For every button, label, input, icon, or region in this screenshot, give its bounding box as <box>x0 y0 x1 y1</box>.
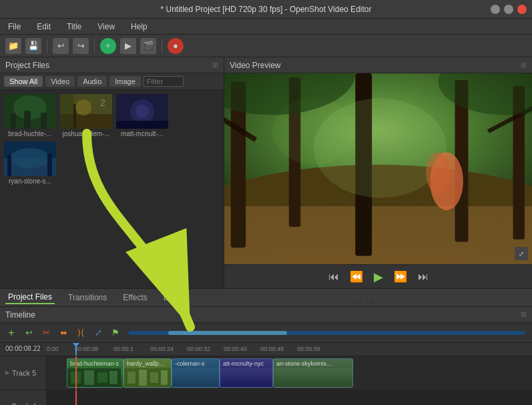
video-preview-header: Video Preview ⊞ <box>224 57 532 73</box>
undo-tl-button[interactable]: ↩ <box>21 326 36 340</box>
track-5-content[interactable]: brad-huchteman-s hardy_wallpaper_ -colem… <box>47 356 532 390</box>
tab-video[interactable]: Video <box>45 76 75 87</box>
open-project-button[interactable]: 📁 <box>5 38 21 54</box>
svg-point-8 <box>75 99 91 115</box>
timeline-toolbar: + ↩ ✂ ⬌ ⟩⟨ ⤢ ⚑ <box>0 323 532 343</box>
svg-rect-2 <box>11 114 16 129</box>
minimize-button[interactable] <box>491 5 500 14</box>
clip-label: att-mcnulty-nyc <box>220 359 272 368</box>
main-layout: Project Files ⊞ Show All Video Audio Ima… <box>0 57 532 288</box>
list-item[interactable]: ryan-stone-s... <box>4 141 56 185</box>
ruler-time-16: 00:00:1 <box>113 346 134 352</box>
window-controls <box>491 5 527 14</box>
menu-view[interactable]: View <box>95 21 117 33</box>
files-grid: brad-huchte-... 2 joshua-colem-... <box>0 90 224 288</box>
tab-emojis[interactable]: Emojis <box>161 292 190 304</box>
svg-rect-48 <box>161 370 168 385</box>
thumbnail <box>4 141 56 176</box>
add-track-button[interactable]: + <box>4 326 19 340</box>
timeline-options-icon[interactable]: ⊞ <box>521 310 527 319</box>
thumbnail: 2 <box>60 94 112 129</box>
skip-to-start-button[interactable]: ⏮ <box>326 270 342 284</box>
panel-options-icon[interactable]: ⊞ <box>212 61 218 69</box>
track-4-label: Track 4 <box>0 390 47 406</box>
ruler-time-24: 00:00:24 <box>150 346 174 352</box>
rewind-button[interactable]: ⏪ <box>347 269 366 284</box>
right-panel: Video Preview ⊞ <box>224 57 532 288</box>
project-files-tabs: Show All Video Audio Image <box>0 73 224 90</box>
title-bar: * Untitled Project [HD 720p 30 fps] - Op… <box>0 0 532 19</box>
timeline-header: Timeline ⊞ <box>0 307 532 323</box>
timeline-ruler: 00:00:08.22 0:00 00:00:08 00:00:1 00:00:… <box>0 343 532 356</box>
svg-rect-18 <box>7 155 11 176</box>
zoom-in-button[interactable]: ⟩⟨ <box>73 326 88 340</box>
remove-button[interactable]: ✂ <box>39 326 53 340</box>
save-button[interactable]: 💾 <box>25 38 41 54</box>
svg-text:2: 2 <box>100 97 105 108</box>
menu-title[interactable]: Title <box>64 21 84 33</box>
left-panel: Project Files ⊞ Show All Video Audio Ima… <box>0 57 224 288</box>
preview-button[interactable]: ▶ <box>120 38 136 54</box>
ruler-time-32: 00:00:32 <box>187 346 210 352</box>
redo-button[interactable]: ↪ <box>73 38 89 54</box>
split-button[interactable]: ⬌ <box>56 326 71 340</box>
thumbnail <box>4 94 56 129</box>
project-files-title: Project Files <box>5 61 49 70</box>
preview-options-icon[interactable]: ⊞ <box>521 61 527 69</box>
file-label: joshua-colem-... <box>60 130 112 137</box>
menu-bar: File Edit Title View Help <box>0 19 532 35</box>
menu-edit[interactable]: Edit <box>34 21 53 33</box>
svg-rect-19 <box>47 153 52 176</box>
ruler-time-56: 00:00:56 <box>297 346 320 352</box>
fullscreen-button[interactable]: ⤢ <box>515 247 528 260</box>
tab-effects[interactable]: Effects <box>120 292 150 304</box>
playhead-line-t4 <box>75 390 77 406</box>
fast-forward-button[interactable]: ⏩ <box>391 269 410 284</box>
playhead-ruler-line <box>75 343 77 356</box>
menu-file[interactable]: File <box>5 21 23 33</box>
tab-audio[interactable]: Audio <box>77 76 107 87</box>
file-label: brad-huchte-... <box>4 130 56 137</box>
tracks-area: Track 5 brad-huchteman-s hardy_wallpaper… <box>0 356 532 405</box>
zoom-handle[interactable] <box>168 331 288 335</box>
playhead-line <box>75 356 77 390</box>
list-item[interactable]: matt-mcnult-... <box>116 94 168 137</box>
ruler-time-48: 00:00:48 <box>260 346 284 352</box>
filter-input[interactable] <box>144 76 184 87</box>
list-item[interactable]: 2 joshua-colem-... <box>60 94 112 137</box>
clip-button[interactable]: 🎬 <box>140 38 156 54</box>
preview-controls: ⏮ ⏪ ▶ ⏩ ⏭ <box>224 264 532 288</box>
add-button[interactable]: + <box>100 38 116 54</box>
track-4-content[interactable] <box>47 390 532 406</box>
maximize-button[interactable] <box>504 5 513 14</box>
clip-ryan-stone[interactable]: an-stone-skykomis... <box>273 358 353 388</box>
menu-help[interactable]: Help <box>128 21 150 33</box>
toolbar: 📁 💾 ↩ ↪ + ▶ 🎬 ● <box>0 35 532 57</box>
list-item[interactable]: brad-huchte-... <box>4 94 56 137</box>
tab-transitions[interactable]: Transitions <box>65 292 109 304</box>
toolbar-separator-2 <box>94 39 95 53</box>
tab-project-files[interactable]: Project Files <box>5 291 55 304</box>
zoom-bar[interactable] <box>128 331 525 335</box>
clip-matt-mcnulty[interactable]: att-mcnulty-nyc <box>220 358 273 388</box>
play-button[interactable]: ▶ <box>371 268 386 286</box>
undo-button[interactable]: ↩ <box>53 38 69 54</box>
jump-button[interactable]: ⤢ <box>91 326 105 340</box>
playhead-arrow <box>73 343 79 348</box>
timecode: 00:00:08.22 <box>4 345 42 352</box>
video-preview-title: Video Preview <box>230 61 281 70</box>
tab-show-all[interactable]: Show All <box>4 76 43 87</box>
clip-hardy-wallpaper[interactable]: hardy_wallpaper_ <box>123 358 172 388</box>
clip-coleman[interactable]: -coleman-s <box>172 358 220 388</box>
marker-button[interactable]: ⚑ <box>108 326 123 340</box>
tab-image[interactable]: Image <box>109 76 141 87</box>
ruler-area: 0:00 00:00:08 00:00:1 00:00:24 00:00:32 … <box>47 343 532 356</box>
svg-rect-9 <box>60 94 73 129</box>
record-button[interactable]: ● <box>168 38 184 54</box>
skip-to-end-button[interactable]: ⏭ <box>415 270 431 284</box>
close-button[interactable] <box>517 5 527 14</box>
svg-rect-3 <box>24 111 31 129</box>
project-files-header: Project Files ⊞ <box>0 57 224 73</box>
clip-label: -coleman-s <box>172 359 219 368</box>
video-preview-area[interactable]: ⤢ <box>224 73 532 264</box>
